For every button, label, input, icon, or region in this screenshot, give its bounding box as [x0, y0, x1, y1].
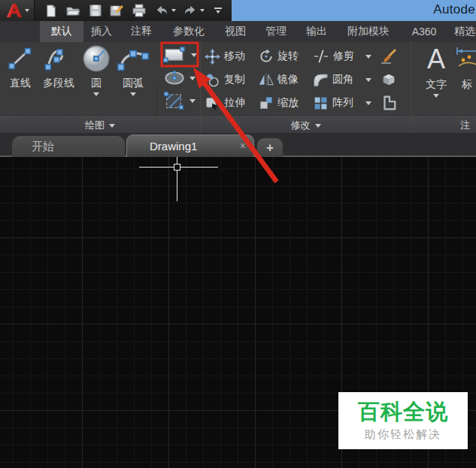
modify-panel-footer[interactable]: 修改: [201, 117, 411, 134]
move-tool-button[interactable]: 移动: [205, 48, 245, 65]
stretch-tool-button[interactable]: 拉伸: [205, 95, 245, 111]
modify-panel-expand-icon: [315, 124, 321, 128]
new-tab-button[interactable]: +: [257, 138, 283, 157]
rectangle-icon: [162, 46, 186, 64]
ribbon-tab-output[interactable]: 输出: [299, 21, 334, 42]
new-file-icon: [44, 4, 58, 18]
qat-save-button[interactable]: [86, 2, 105, 20]
qat-new-button[interactable]: [41, 2, 60, 20]
scale-tool-button[interactable]: 缩放: [259, 95, 299, 111]
ribbon-tab-parametric[interactable]: 参数化: [166, 21, 211, 42]
hatch-icon: [162, 91, 185, 110]
ribbon-tab-a360[interactable]: A360: [405, 21, 444, 42]
text-icon: A: [427, 45, 445, 74]
rotate-tool-button[interactable]: 旋转: [259, 48, 299, 65]
undo-icon: [154, 4, 169, 17]
watermark: 百科全说 助你轻松解决: [338, 392, 468, 449]
fillet-dropdown[interactable]: [365, 71, 371, 88]
hatch-tool-button[interactable]: [162, 91, 196, 110]
ribbon-tab-annotate[interactable]: 注释: [125, 21, 158, 42]
line-tool-button[interactable]: 直线: [3, 44, 38, 90]
qat-customize-button[interactable]: [211, 2, 226, 20]
mirror-icon: [259, 72, 274, 87]
hatch-dropdown-icon[interactable]: [189, 99, 196, 103]
3d-box-icon: [380, 71, 397, 88]
qat-redo-dropdown[interactable]: [197, 2, 208, 20]
trim-tool-button[interactable]: 修剪: [313, 48, 354, 65]
draw-panel-footer[interactable]: 绘图: [0, 117, 200, 134]
trim-dropdown[interactable]: [365, 48, 371, 65]
crosshair-pickbox: [174, 164, 180, 171]
printer-icon: [132, 3, 147, 18]
text-tool-button[interactable]: A 文字: [418, 44, 454, 98]
qat-plot-button[interactable]: [129, 2, 149, 20]
open-folder-icon: [65, 3, 80, 18]
match-properties-brush-icon: [380, 48, 398, 65]
qat-saveas-button[interactable]: [107, 2, 126, 20]
arc-tool-button[interactable]: 圆弧: [114, 44, 152, 96]
rotate-icon: [259, 49, 274, 64]
titlebar: Autode: [0, 0, 476, 21]
polyline-tool-button[interactable]: 多段线: [39, 44, 78, 90]
redo-icon: [183, 4, 198, 17]
rectangle-dropdown-icon[interactable]: [191, 53, 197, 57]
array-tool-button[interactable]: 阵列: [313, 95, 353, 111]
file-tab-drawing1[interactable]: Drawing1 ×: [126, 134, 254, 157]
annotate-panel-footer[interactable]: 注: [460, 117, 476, 134]
file-tab-bar: 开始 Drawing1 × +: [0, 133, 476, 157]
panel-separator: [411, 42, 411, 133]
circle-tool-button[interactable]: 圆: [80, 44, 113, 96]
circle-dropdown-icon[interactable]: [93, 92, 99, 96]
scale-icon: [259, 95, 274, 110]
ribbon-tab-insert[interactable]: 插入: [85, 21, 118, 42]
arc-dropdown-icon[interactable]: [130, 92, 136, 96]
dimension-icon: [456, 47, 476, 72]
ribbon-tab-manage[interactable]: 管理: [259, 21, 293, 42]
extrude-shape-icon: [380, 95, 397, 111]
rectangle-tool-button[interactable]: [162, 46, 197, 64]
qat-undo-dropdown[interactable]: [168, 2, 179, 20]
panel-separator: [200, 42, 201, 133]
line-icon: [7, 46, 34, 71]
window-title: Autode: [433, 2, 475, 17]
watermark-title: 百科全说: [338, 399, 468, 424]
draw-panel-expand-icon: [109, 124, 115, 128]
app-menu-dropdown-icon: [25, 9, 29, 12]
ribbon-tab-view[interactable]: 视图: [218, 21, 253, 42]
close-tab-icon[interactable]: ×: [240, 140, 246, 152]
quick-access-toolbar: [0, 0, 232, 21]
array-dropdown[interactable]: [365, 95, 371, 111]
trim-icon: [313, 49, 329, 64]
circle-icon: [81, 44, 111, 74]
extrude-button[interactable]: [379, 95, 399, 111]
ribbon-tab-featured[interactable]: 精选: [450, 21, 476, 42]
text-dropdown-icon[interactable]: [433, 94, 439, 98]
ellipse-icon: [164, 70, 185, 86]
array-icon: [313, 95, 329, 111]
polyline-icon: [44, 46, 74, 71]
watermark-subtitle: 助你轻松解决: [338, 427, 468, 442]
ribbon-tab-bar: 默认 插入 注释 参数化 视图 管理 输出 附加模块 A360 精选: [0, 21, 476, 42]
dimension-tool-button[interactable]: 标: [456, 44, 476, 92]
fillet-icon: [313, 72, 329, 87]
ribbon-tab-addins[interactable]: 附加模块: [340, 21, 397, 42]
ellipse-tool-button[interactable]: [164, 70, 196, 86]
save-as-icon: [109, 3, 124, 18]
panel-footer-row: 绘图 修改 注: [0, 116, 476, 133]
match-properties-button[interactable]: [379, 48, 399, 65]
mirror-tool-button[interactable]: 镜像: [259, 71, 299, 88]
qat-open-button[interactable]: [63, 2, 83, 20]
save-icon: [89, 4, 102, 17]
file-tab-start[interactable]: 开始: [12, 136, 125, 157]
fillet-tool-button[interactable]: 圆角: [313, 71, 353, 88]
ribbon-tab-default[interactable]: 默认: [40, 21, 83, 42]
copy-tool-button[interactable]: 复制: [205, 71, 245, 88]
ribbon-panel-area: 直线 多段线 圆: [0, 42, 476, 116]
ellipse-dropdown-icon[interactable]: [189, 77, 196, 80]
3d-box-button[interactable]: [379, 71, 399, 88]
drawing-canvas[interactable]: 百科全说 助你轻松解决: [0, 157, 476, 468]
move-icon: [205, 49, 220, 65]
stretch-icon: [205, 95, 220, 111]
app-menu-button[interactable]: [0, 0, 35, 21]
arc-icon: [117, 44, 149, 74]
